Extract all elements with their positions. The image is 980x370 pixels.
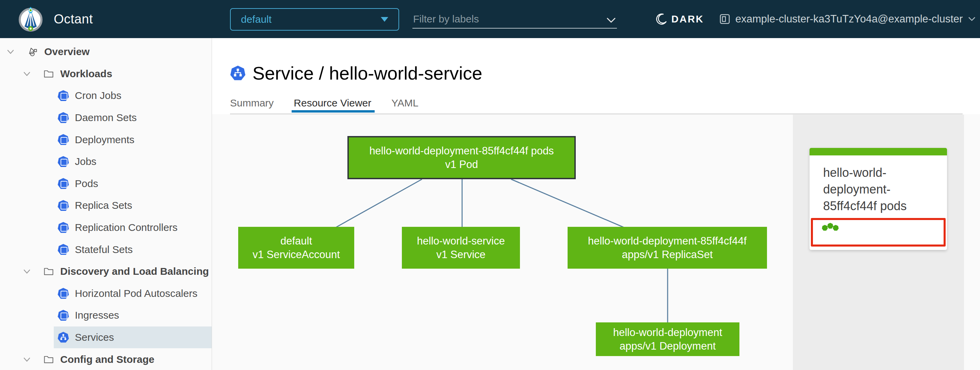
node-subtitle: apps/v1 ReplicaSet — [622, 248, 713, 262]
sidebar-item-daemon-sets[interactable]: Daemon Sets — [0, 107, 212, 129]
sidebar-item-stateful-sets[interactable]: Stateful Sets — [0, 238, 212, 260]
replica-sets-icon — [57, 200, 69, 211]
chevron-down-icon[interactable] — [6, 47, 15, 56]
navigation-tree: Overview Workloads Cron Jobs Daemon Sets… — [0, 38, 212, 370]
stateful-sets-icon — [57, 244, 69, 256]
card-status-bar — [810, 148, 947, 156]
sidebar-item-discovery-and-load-balancing[interactable]: Discovery and Load Balancing — [0, 260, 212, 283]
cron-jobs-icon — [57, 90, 69, 102]
sidebar-item-label: Ingresses — [75, 310, 119, 321]
sidebar-item-label: Daemon Sets — [75, 112, 137, 124]
sidebar-item-replication-controllers[interactable]: Replication Controllers — [0, 217, 212, 239]
pod-status-dot — [822, 225, 828, 231]
sidebar-item-jobs[interactable]: Jobs — [0, 151, 212, 173]
replication-controllers-icon — [57, 222, 69, 233]
pod-status-dot — [833, 225, 839, 231]
graph-node-replicaset[interactable]: hello-world-deployment-85ff4cf44f apps/v… — [568, 227, 767, 268]
graph-edge — [511, 179, 624, 227]
filter-labels-field[interactable] — [412, 10, 617, 29]
moon-icon — [655, 13, 667, 25]
detail-panel: hello-world-deployment-85ff4cf44f pods — [793, 114, 964, 370]
node-title: hello-world-deployment — [613, 326, 722, 340]
node-subtitle: v1 ServiceAccount — [253, 248, 340, 262]
dark-mode-toggle[interactable]: DARK — [655, 0, 704, 38]
sidebar-item-label: Cron Jobs — [75, 90, 121, 102]
filter-labels-input[interactable] — [412, 10, 617, 28]
cluster-name: example-cluster-ka3TuTzYo4a@example-clus… — [735, 13, 963, 25]
sidebar-item-label: Horizontal Pod Autoscalers — [75, 288, 197, 299]
sidebar-item-pods[interactable]: Pods — [0, 173, 212, 195]
main-content: Service / hello-world-service Summary Re… — [212, 38, 980, 370]
resource-viewer-canvas: hello-world-deployment-85ff4cf44f pods v… — [212, 114, 980, 370]
sidebar-item-label: Replication Controllers — [75, 222, 178, 233]
tab-bar: Summary Resource Viewer YAML — [230, 98, 418, 108]
sidebar-item-label: Services — [75, 332, 114, 343]
sidebar-item-ingresses[interactable]: Ingresses — [0, 304, 212, 327]
dropdown-caret-icon — [381, 17, 388, 22]
graph-node-pod[interactable]: hello-world-deployment-85ff4cf44f pods v… — [347, 136, 576, 179]
jobs-icon — [57, 156, 69, 167]
sidebar-item-label: Jobs — [75, 156, 96, 167]
sidebar-item-config-and-storage[interactable]: Config and Storage — [0, 348, 212, 370]
selected-node-card: hello-world-deployment-85ff4cf44f pods — [810, 148, 947, 250]
sidebar-item-horizontal-pod-autoscalers[interactable]: Horizontal Pod Autoscalers — [0, 283, 212, 305]
sidebar-item-label: Deployments — [75, 134, 134, 146]
pods-icon — [57, 178, 69, 189]
card-title: hello-world-deployment-85ff4cf44f pods — [823, 164, 935, 214]
chevron-down-icon[interactable] — [22, 69, 31, 78]
page-title: Service / hello-world-service — [253, 63, 482, 84]
sidebar-item-label: Stateful Sets — [75, 244, 133, 256]
sidebar-item-label: Workloads — [60, 68, 112, 79]
node-title: hello-world-deployment-85ff4cf44f pods — [369, 144, 554, 158]
tab-resource-viewer[interactable]: Resource Viewer — [294, 98, 371, 108]
node-title: hello-world-service — [417, 234, 504, 248]
sidebar-item-deployments[interactable]: Deployments — [0, 129, 212, 151]
navigation-sidebar: Overview Workloads Cron Jobs Daemon Sets… — [0, 38, 212, 370]
sidebar-item-label: Discovery and Load Balancing — [60, 265, 209, 277]
chevron-down-icon — [968, 16, 976, 22]
service-resource-icon — [230, 65, 246, 81]
sidebar-item-label: Replica Sets — [75, 200, 132, 211]
sidebar-item-label: Overview — [44, 46, 89, 57]
horizontal-pod-autoscalers-icon — [57, 288, 69, 299]
sidebar-item-workloads[interactable]: Workloads — [0, 63, 212, 85]
tab-summary[interactable]: Summary — [230, 98, 274, 108]
chevron-down-icon[interactable] — [22, 267, 31, 276]
graph-node-service[interactable]: hello-world-service v1 Service — [402, 227, 520, 268]
namespace-select[interactable]: default — [230, 8, 399, 30]
app-title: Octant — [54, 0, 93, 38]
node-title: hello-world-deployment-85ff4cf44f — [588, 234, 746, 248]
sidebar-item-label: Config and Storage — [60, 354, 154, 365]
chevron-down-icon[interactable] — [22, 355, 31, 364]
chevron-down-icon — [606, 17, 616, 24]
graph-node-serviceaccount[interactable]: default v1 ServiceAccount — [238, 227, 354, 268]
pod-status-dot — [827, 223, 833, 229]
sidebar-item-replica-sets[interactable]: Replica Sets — [0, 195, 212, 217]
cluster-selector[interactable]: example-cluster-ka3TuTzYo4a@example-clus… — [719, 0, 976, 38]
sidebar-item-cron-jobs[interactable]: Cron Jobs — [0, 85, 212, 107]
sidebar-item-label: Pods — [75, 178, 98, 189]
sidebar-item-services[interactable]: Services — [54, 327, 212, 349]
dark-mode-label: DARK — [671, 14, 704, 25]
folder-icon — [43, 68, 54, 79]
namespace-value: default — [241, 14, 272, 25]
node-subtitle: v1 Pod — [445, 158, 478, 172]
cluster-icon — [719, 13, 730, 25]
node-title: default — [280, 234, 312, 248]
daemon-sets-icon — [57, 112, 69, 124]
octant-logo-icon — [17, 5, 44, 33]
graph-node-deployment[interactable]: hello-world-deployment apps/v1 Deploymen… — [596, 322, 740, 356]
services-icon — [57, 332, 69, 343]
folder-icon — [43, 266, 54, 277]
sidebar-item-overview[interactable]: Overview — [0, 41, 212, 63]
node-subtitle: v1 Service — [436, 248, 485, 262]
selection-highlight-box — [811, 218, 946, 246]
tab-yaml[interactable]: YAML — [391, 98, 418, 108]
node-subtitle: apps/v1 Deployment — [620, 340, 716, 353]
app-header: Octant default DARK example-cluster-ka3T… — [0, 0, 980, 38]
ingresses-icon — [57, 310, 69, 321]
deployments-icon — [57, 134, 69, 146]
applications-icon — [27, 46, 38, 57]
graph-edge — [336, 179, 422, 227]
folder-icon — [43, 354, 54, 365]
